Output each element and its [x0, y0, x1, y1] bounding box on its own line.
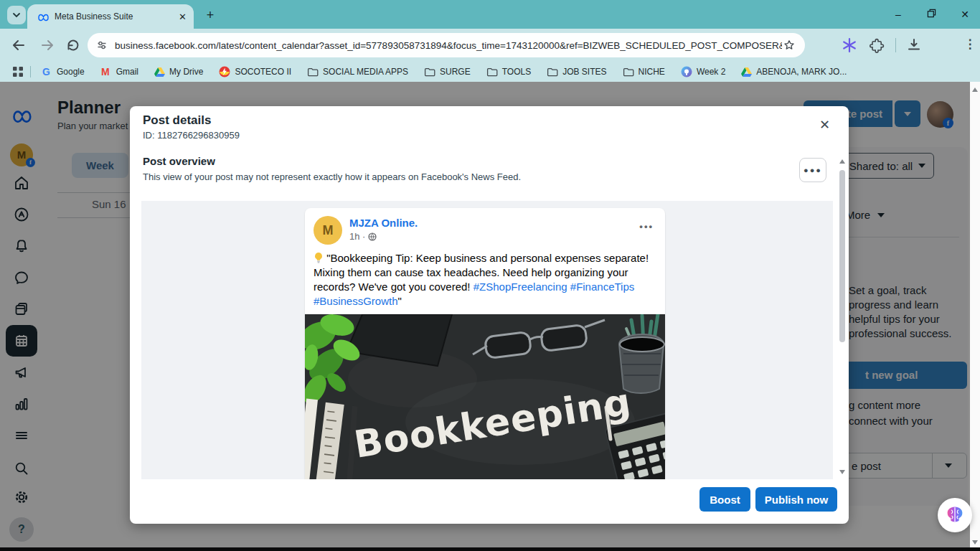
globe-icon [368, 232, 377, 241]
toolbar-divider [895, 38, 896, 52]
folder-icon [424, 67, 435, 77]
modal-title: Post details [143, 113, 211, 128]
folder-icon [623, 67, 634, 77]
drive-icon [741, 67, 752, 77]
bookmark-folder-tools[interactable]: TOOLS [486, 67, 531, 77]
folder-icon [547, 67, 558, 77]
bookmark-abenoja[interactable]: ABENOJA, MARK JO... [741, 67, 847, 77]
bookmark-folder-social-media-apps[interactable]: SOCIAL MEDIA APPS [307, 67, 408, 77]
post-details-modal: Post details ID: 1182766296830959 ✕ Post… [130, 106, 849, 524]
window-close-button[interactable]: ✕ [958, 7, 972, 22]
bookmark-folder-surge[interactable]: SURGE [424, 67, 471, 77]
extension-snowflake-icon[interactable] [841, 37, 858, 54]
scroll-down-icon[interactable] [839, 470, 845, 474]
forward-button[interactable] [39, 37, 56, 54]
post-avatar: M [314, 216, 342, 245]
browser-toolbar: business.facebook.com/latest/content_cal… [0, 29, 980, 62]
post-overview-title: Post overview [143, 155, 215, 167]
scroll-up-icon[interactable] [972, 88, 978, 92]
screen: Meta Business Suite ✕ + – ✕ business.fac… [0, 0, 980, 551]
tab-title: Meta Business Suite [55, 11, 179, 22]
post-author[interactable]: MJZA Online. [349, 217, 418, 229]
post-preview-area: M MJZA Online. 1h · ••• "Bookkeeping Tip… [141, 201, 833, 479]
boost-button[interactable]: Boost [699, 487, 750, 512]
bookmarks-divider [30, 66, 31, 77]
window-restore-button[interactable] [924, 7, 938, 22]
tab-search-button[interactable] [7, 6, 26, 24]
google-icon: G [41, 66, 52, 77]
meta-logo-icon [37, 11, 49, 22]
bookmark-gmail[interactable]: MGmail [100, 66, 138, 77]
new-tab-button[interactable]: + [202, 7, 218, 23]
browser-tab[interactable]: Meta Business Suite ✕ [27, 4, 194, 29]
url-text: business.facebook.com/latest/content_cal… [115, 40, 782, 51]
bookmark-socoteco[interactable]: SOCOTECO II [219, 66, 291, 77]
post-image: Bookkeeping [305, 314, 665, 479]
taskbar-edge [0, 547, 980, 551]
window-minimize-button[interactable]: – [891, 7, 905, 22]
publish-now-button[interactable]: Publish now [755, 487, 837, 512]
tab-close-icon[interactable]: ✕ [179, 11, 187, 22]
modal-scrollbar[interactable] [837, 156, 847, 479]
folder-icon [307, 67, 319, 77]
scroll-down-icon[interactable] [972, 540, 978, 545]
socoteco-icon [219, 66, 230, 77]
more-options-button[interactable]: ●●● [799, 158, 826, 182]
post-id: ID: 1182766296830959 [143, 130, 240, 141]
week2-app-icon [681, 66, 692, 77]
lightbulb-emoji [314, 252, 324, 263]
browser-menu-icon[interactable]: ⋮ [961, 37, 979, 54]
gmail-icon: M [100, 66, 112, 77]
svg-text:M: M [101, 66, 110, 77]
bookmark-star-icon[interactable] [782, 38, 796, 52]
post-meta: 1h · [349, 231, 377, 242]
reload-button[interactable] [65, 37, 82, 54]
bookmark-my-drive[interactable]: My Drive [154, 67, 203, 77]
scrollbar-thumb[interactable] [839, 170, 845, 342]
address-bar[interactable]: business.facebook.com/latest/content_cal… [88, 33, 805, 57]
drive-icon [154, 67, 165, 77]
browser-titlebar: Meta Business Suite ✕ + – ✕ [0, 0, 980, 29]
page-viewport: M f ? Planner Plan your market Week M S [0, 82, 980, 547]
apps-grid-icon[interactable] [11, 65, 24, 78]
close-icon[interactable]: ✕ [819, 117, 830, 133]
bookmarks-bar: GGoogle MGmail My Drive SOCOTECO II SOCI… [0, 62, 980, 82]
post-overview-subtitle: This view of your post may not represent… [143, 171, 521, 182]
downloads-icon[interactable] [905, 37, 923, 54]
bookmark-folder-job-sites[interactable]: JOB SITES [547, 67, 606, 77]
page-scrollbar[interactable] [970, 82, 980, 547]
post-options-icon[interactable]: ••• [639, 221, 654, 232]
ai-assistant-widget[interactable] [938, 498, 972, 532]
scroll-up-icon[interactable] [839, 159, 845, 164]
facebook-post-card: M MJZA Online. 1h · ••• "Bookkeeping Tip… [305, 208, 665, 479]
back-button[interactable] [10, 37, 27, 54]
bookmark-week-2[interactable]: Week 2 [681, 66, 725, 77]
extensions-puzzle-icon[interactable] [868, 37, 885, 54]
site-settings-icon[interactable] [96, 39, 108, 51]
bookmark-google[interactable]: GGoogle [41, 66, 85, 77]
brain-icon [944, 505, 966, 525]
svg-text:G: G [42, 66, 50, 77]
bookmark-folder-niche[interactable]: NICHE [623, 67, 665, 77]
folder-icon [486, 67, 498, 77]
